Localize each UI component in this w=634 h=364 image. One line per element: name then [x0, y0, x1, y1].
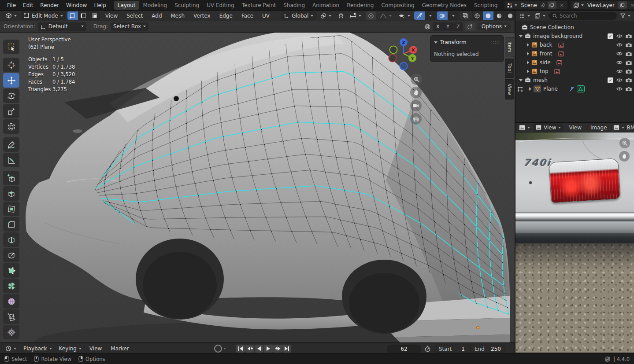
snap-proportional-icon-button[interactable] [465, 22, 475, 31]
tab-compositing[interactable]: Compositing [378, 1, 418, 10]
viewlayer-remove-button[interactable]: × [629, 2, 634, 8]
viewlayer-selector[interactable]: ViewLayer × [571, 1, 634, 9]
editor-type-selector[interactable] [3, 11, 19, 20]
drag-dropdown[interactable]: Select Box [111, 22, 148, 31]
rendered-shading-button[interactable] [505, 11, 515, 20]
orientation-dropdown[interactable]: Default [38, 22, 86, 31]
proportional-edit-toggle[interactable] [366, 11, 376, 20]
chevron-down-icon[interactable] [581, 4, 584, 6]
tool-extrude-region[interactable] [3, 186, 19, 201]
keying-menu[interactable]: Keying [56, 344, 84, 353]
menu-edge[interactable]: Edge [216, 13, 236, 19]
menu-vertex[interactable]: Vertex [190, 13, 214, 19]
viewport-3d[interactable]: User Perspective (62) Plane Objects1 / 5… [0, 33, 515, 342]
outliner-row-mesh[interactable]: mesh ✓ [515, 76, 634, 85]
npanel-tab-item[interactable]: Item [505, 37, 514, 57]
next-keyframe-button[interactable] [273, 345, 282, 353]
face-select-button[interactable] [89, 11, 100, 20]
gizmo-axis-neg-x[interactable] [389, 55, 397, 62]
viewport-camera-view-button[interactable] [410, 100, 422, 111]
outliner-row-scene-collection[interactable]: Scene Collection [515, 23, 634, 32]
outliner-row-back[interactable]: back [515, 40, 634, 49]
modifier-wrench-icon[interactable] [569, 86, 575, 92]
xray-toggle[interactable] [460, 11, 471, 20]
image-zoom-button[interactable] [619, 138, 630, 148]
frame-end-field[interactable]: End250 [470, 345, 505, 353]
expand-icon[interactable] [527, 70, 529, 73]
viewlayer-copy-button[interactable] [618, 1, 627, 9]
menu-uv[interactable]: UV [259, 13, 273, 19]
image-view-menu[interactable]: View [565, 125, 585, 131]
camera-icon[interactable] [626, 86, 632, 92]
tool-shrink-fatten[interactable] [3, 325, 19, 339]
navigation-gizmo[interactable]: Z X Y [382, 37, 426, 77]
eye-icon[interactable] [616, 68, 623, 74]
overlays-dropdown[interactable] [448, 11, 459, 20]
menu-add[interactable]: Add [148, 13, 165, 19]
outliner-display-mode[interactable] [533, 11, 547, 20]
eye-icon[interactable] [616, 51, 623, 57]
image-image-menu[interactable]: Image [587, 125, 611, 131]
menu-select[interactable]: Select [123, 13, 146, 19]
expand-icon[interactable] [527, 52, 529, 55]
gizmo-axis-neg-y[interactable] [390, 46, 397, 54]
npanel-tab-tool[interactable]: Tool [505, 59, 514, 78]
image-browse-selector[interactable] [612, 123, 625, 132]
outliner-row-plane[interactable]: Plane [515, 85, 634, 93]
search-input[interactable] [560, 13, 595, 19]
tab-sculpting[interactable]: Sculpting [171, 1, 203, 10]
tool-select-box[interactable] [3, 40, 19, 54]
tool-rotate[interactable] [3, 88, 19, 103]
snap-target-selector[interactable] [347, 11, 364, 20]
menu-view[interactable]: View [102, 13, 121, 19]
eye-icon[interactable] [616, 86, 623, 92]
tool-transform[interactable] [3, 119, 19, 134]
eye-icon[interactable] [616, 59, 623, 66]
tab-rendering[interactable]: Rendering [343, 1, 377, 10]
collapse-icon[interactable] [434, 41, 437, 44]
tool-move[interactable] [3, 73, 19, 88]
pin-icon[interactable] [541, 3, 546, 8]
outliner-row-top[interactable]: top [515, 67, 634, 76]
outliner-row-side[interactable]: side [515, 58, 634, 67]
eye-icon[interactable] [616, 77, 623, 83]
tool-inset-faces[interactable] [3, 202, 19, 216]
tab-scripting[interactable]: Scripting [471, 1, 501, 10]
outliner-row-front[interactable]: front [515, 49, 634, 58]
frame-start-field[interactable]: Start1 [434, 345, 469, 353]
chevron-down-icon[interactable] [223, 348, 226, 349]
camera-icon[interactable] [626, 51, 632, 57]
jump-to-end-button[interactable] [282, 345, 291, 353]
menu-render[interactable]: Render [37, 1, 63, 9]
image-data-icon[interactable] [554, 69, 560, 74]
gizmos-dropdown[interactable] [425, 11, 436, 20]
menu-help[interactable]: Help [90, 1, 109, 9]
tab-shading[interactable]: Shading [280, 1, 308, 10]
viewport-pan-button[interactable] [410, 87, 422, 98]
scene-name[interactable]: Scene [519, 2, 539, 8]
image-name[interactable]: BM [627, 125, 634, 131]
play-reverse-button[interactable] [255, 345, 263, 353]
scene-copy-button[interactable] [548, 1, 556, 9]
image-data-icon[interactable] [558, 51, 564, 57]
auto-key-record-button[interactable] [214, 345, 222, 353]
tab-modeling[interactable]: Modeling [140, 1, 171, 10]
camera-icon[interactable] [626, 33, 632, 39]
tab-geometry-nodes[interactable]: Geometry Nodes [419, 1, 470, 10]
camera-icon[interactable] [626, 77, 632, 83]
chevron-down-icon[interactable] [515, 4, 517, 6]
pivot-point-selector[interactable] [318, 11, 334, 20]
menu-file[interactable]: File [4, 1, 19, 9]
mesh-data-icon[interactable] [577, 85, 585, 92]
tool-edge-slide[interactable] [3, 309, 19, 324]
stopwatch-icon[interactable] [424, 346, 431, 352]
current-frame-field[interactable]: 62 [387, 345, 421, 353]
edge-select-button[interactable] [78, 11, 89, 20]
transform-orientation-selector[interactable]: Global [281, 11, 316, 20]
viewport-canvas[interactable] [0, 33, 515, 342]
viewlayer-name[interactable]: ViewLayer [586, 2, 616, 8]
scene-selector[interactable]: Scene × [504, 1, 567, 9]
menu-window[interactable]: Window [63, 1, 90, 9]
snap-toggle[interactable] [336, 11, 346, 20]
outliner-editor-selector[interactable] [518, 11, 531, 20]
